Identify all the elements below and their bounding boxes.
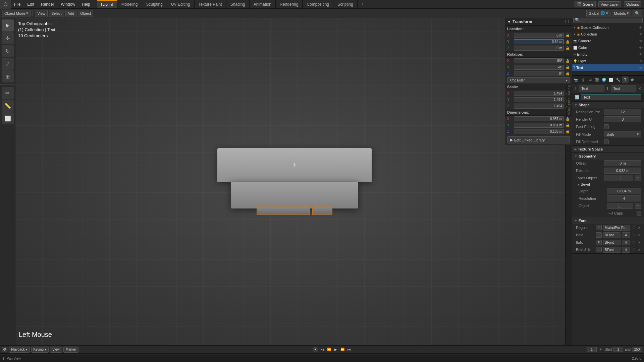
scale-x-value[interactable]: 1.494 [514,91,564,96]
rot-x-value[interactable]: 90° [514,58,564,63]
close-icon[interactable]: ✕ [638,86,641,91]
offset-value[interactable]: 0 m [604,160,641,166]
move-tool-btn[interactable]: ✛ [2,32,14,44]
rotation-mode-dropdown[interactable]: XYZ Euler ▾ [507,77,570,83]
fill-caps-checkbox[interactable] [637,211,641,216]
scene-selector[interactable]: 🎬 Scene [575,1,596,7]
font-regular-f-icon[interactable]: F [596,225,602,230]
eye-icon-empty[interactable]: 👁 [639,53,643,56]
skip-start-btn[interactable]: ⏮ [320,347,325,352]
menu-edit[interactable]: Edit [24,0,38,8]
font-section-title[interactable]: ▼ Font [572,217,644,224]
font-regular-remove-btn[interactable]: ✕ [637,226,641,230]
scale-y-value[interactable]: 1.494 [514,97,564,102]
eye-icon-light[interactable]: 👁 [639,59,643,63]
end-frame-input[interactable]: 250 [632,347,642,352]
tab-uv-editing[interactable]: UV Editing [167,0,195,8]
tab-world[interactable]: 🌍 [601,76,607,83]
font-bold-value[interactable]: BFont [603,232,621,238]
options-selector[interactable]: Options [624,1,641,7]
play-btn[interactable]: ▶ [333,347,338,352]
tab-modeling[interactable]: Modeling [117,0,142,8]
text-object-name-2[interactable]: Text [611,85,636,92]
dim-y-lock-icon[interactable]: 🔒 [565,123,570,127]
dim-y-value[interactable]: 0.851 m [514,123,564,128]
skip-end-btn[interactable]: ⏭ [346,347,352,352]
loc-x-value[interactable]: 0 m [514,33,564,38]
object-mode-btn[interactable]: Object Mode ▾ [2,10,31,17]
rot-z-value[interactable]: 0° [514,71,564,76]
select-menu-btn[interactable]: Select [49,10,64,17]
eye-icon-camera[interactable]: 👁 [639,39,643,43]
tab-sculpting[interactable]: Sculpting [142,0,167,8]
bevel-depth-value[interactable]: 0.004 m [607,188,641,194]
font-bold-italic-remove-btn[interactable]: ✕ [637,248,641,252]
rot-y-lock-icon[interactable]: 🔒 [565,65,570,69]
scale-tool-btn[interactable]: ⤢ [2,58,14,70]
text-name-field[interactable]: Text [581,94,641,100]
rot-z-lock-icon[interactable]: 🔒 [565,72,570,75]
menu-window[interactable]: Window [57,0,78,8]
extrude-value[interactable]: 0.032 m [604,168,641,174]
render-u-value[interactable]: 0 [604,116,641,122]
transform-pin-icon[interactable]: ⋮⋮ [564,20,570,23]
record-btn[interactable]: ⏺ [313,347,318,352]
taper-edit-btn[interactable]: ✏ [635,175,641,181]
annotate-tool-btn[interactable]: ✏ [2,87,14,99]
bevel-object-value[interactable] [607,203,633,209]
tab-scene[interactable]: 🎬 [594,76,600,83]
texture-space-title[interactable]: ▶ Texture Space [572,146,644,153]
loc-z-lock-icon[interactable]: 🔒 [565,46,570,50]
dim-x-value[interactable]: 0.957 m [514,116,564,121]
font-regular-heart-icon[interactable]: ♡ [631,226,636,230]
font-bold-f-icon[interactable]: F [596,232,602,238]
fill-mode-dropdown[interactable]: Both ▾ [604,131,641,137]
marker-btn[interactable]: Marker [63,347,78,353]
keying-btn[interactable]: Keying ▾ [31,347,49,353]
menu-help[interactable]: Help [78,0,94,8]
tab-modifier[interactable]: 🔧 [615,76,622,83]
scale-z-value[interactable]: 1.494 [514,104,564,109]
transform-collapse-icon[interactable]: ▼ [507,19,511,24]
rot-y-value[interactable]: -0° [514,65,564,70]
outliner-item-light[interactable]: 💡 Light 👁 [572,58,644,64]
fast-editing-checkbox[interactable] [604,124,609,129]
add-menu-btn[interactable]: Add [65,10,77,17]
prev-frame-btn[interactable]: ⏪ [326,347,332,352]
outliner-item-text[interactable]: T Text 👁 [572,64,644,71]
outliner-item-camera[interactable]: 📷 Camera 👁 [572,38,644,44]
bevel-resolution-value[interactable]: 4 [607,195,641,201]
font-bold-heart-icon[interactable]: ♡ [631,233,636,237]
font-italic-remove-btn[interactable]: ✕ [637,241,641,244]
font-regular-value[interactable]: MyriadPro-Re... [603,225,630,231]
outliner-item-scene-collection[interactable]: ▼ ◉ Scene Collection 👁 [572,24,644,31]
frame-drop-btn[interactable]: 🔻 [598,347,603,352]
font-italic-f-icon[interactable]: F [596,240,602,245]
loc-y-lock-icon[interactable]: 🔒 [565,40,570,44]
loc-x-lock-icon[interactable]: 🔒 [565,34,570,37]
tab-data[interactable]: T [622,76,629,83]
font-italic-num[interactable]: 4 [622,240,630,245]
tab-layout[interactable]: Layout [97,0,117,8]
taper-object-value[interactable] [604,175,633,181]
font-bold-italic-f-icon[interactable]: F [596,247,602,252]
loc-y-value[interactable]: -0.64 m [514,39,564,44]
tab-compositing[interactable]: Compositing [303,0,333,8]
eye-icon-text[interactable]: 👁 [639,66,643,70]
add-cube-tool-btn[interactable]: ⬜ [2,112,14,124]
font-bold-italic-heart-icon[interactable]: ♡ [631,248,636,252]
tab-material[interactable]: ⬟ [629,76,636,83]
tab-scripting[interactable]: Scripting [333,0,358,8]
tab-texture-paint[interactable]: Texture Paint [195,0,226,8]
tab-output[interactable]: 🖨 [580,76,586,83]
fill-deformed-checkbox[interactable] [604,139,609,144]
eye-icon[interactable]: 👁 [639,26,643,29]
rot-x-lock-icon[interactable]: 🔒 [565,59,570,63]
playback-btn[interactable]: Playback ▾ [9,347,30,353]
timeline-icon-btn[interactable]: ⏱ [2,347,7,352]
tab-shading[interactable]: Shading [226,0,250,8]
loc-z-value[interactable]: 0 m [514,46,564,51]
shape-section-title[interactable]: ▼ Shape [572,102,644,108]
menu-file[interactable]: File [11,0,24,8]
outliner-search-input[interactable] [581,18,641,22]
